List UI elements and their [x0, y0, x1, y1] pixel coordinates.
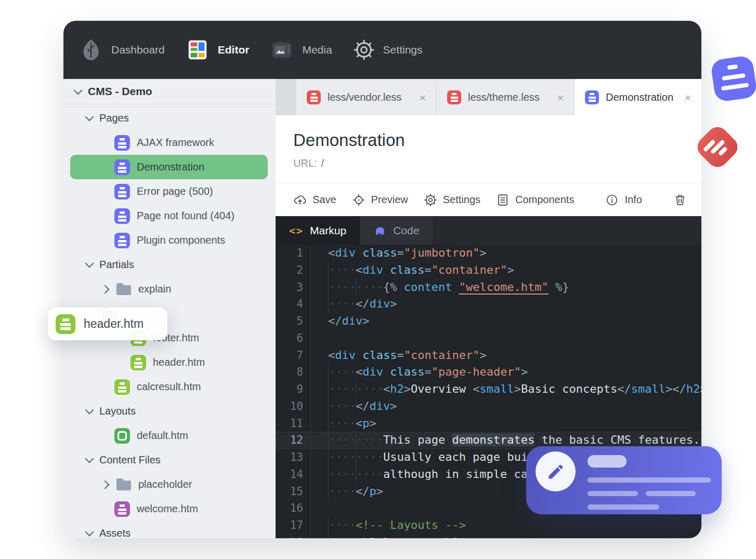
sidebar-item-plugin-components[interactable]: Plugin components	[63, 228, 276, 252]
code-line-text: ····<div class="container">	[311, 262, 701, 279]
sidebar-section-assets[interactable]: Assets	[63, 521, 276, 538]
folder-icon	[116, 477, 132, 491]
line-number: 5	[276, 313, 311, 330]
tab-label: less/vendor.less	[328, 91, 401, 103]
settings-button[interactable]: Settings	[424, 193, 480, 207]
line-number: 13	[276, 449, 311, 466]
sidebar-item-label: explain	[138, 283, 171, 295]
preview-button[interactable]: Preview	[352, 193, 408, 207]
nav-item-editor[interactable]: Editor	[186, 38, 250, 62]
indent-guide: ····	[328, 415, 356, 432]
code-line-text: ····</div>	[311, 296, 701, 313]
notification-card	[526, 446, 722, 514]
sidebar-item-label: default.htm	[137, 430, 188, 442]
code-line-6[interactable]: 6	[276, 330, 701, 347]
code-line-text: ····</div>	[311, 398, 701, 415]
code-line-17[interactable]: 17····<!-- Layouts -->	[276, 517, 701, 534]
code-line-10[interactable]: 10····</div>	[276, 398, 701, 415]
sidebar-section-label: Partials	[99, 259, 134, 271]
sidebar-root[interactable]: CMS - Demo	[63, 79, 276, 104]
code-line-2[interactable]: 2····<div class="container">	[276, 262, 701, 279]
sidebar-section-label: Assets	[99, 527, 131, 538]
code-line-text: ····<!-- Layouts -->	[311, 517, 701, 534]
sidebar-item-page-not-found-404[interactable]: Page not found (404)	[63, 204, 276, 228]
url-label: URL:	[293, 157, 317, 169]
sidebar-item-welcome-htm[interactable]: welcome.htm	[63, 497, 276, 521]
editor-tab-markup[interactable]: <>Markup	[276, 216, 360, 245]
sidebar-item-header-htm[interactable]: header.htm	[63, 350, 276, 375]
code-line-9[interactable]: 9········<h2>Overview <small>Basic conce…	[276, 381, 701, 398]
sidebar-item-default-htm[interactable]: default.htm	[63, 423, 276, 448]
card-text-line	[646, 491, 696, 496]
sidebar-section-partials[interactable]: Partials	[63, 252, 276, 277]
sidebar-item-label: calcresult.htm	[137, 381, 201, 393]
code-line-1[interactable]: 1<div class="jumbotron">	[276, 245, 701, 262]
editor-tab-code[interactable]: Code	[360, 216, 433, 245]
editor-tab-label: Markup	[310, 224, 346, 237]
code-line-text	[311, 330, 701, 347]
indent-guide: ····	[356, 432, 383, 449]
indent-guide: ····	[328, 449, 356, 466]
tab-demonstration[interactable]: Demonstration×	[575, 79, 701, 115]
save-button[interactable]: Save	[293, 193, 336, 207]
toolbar-button-label: Save	[312, 194, 336, 206]
sidebar-item-ajax-framework[interactable]: AJAX framework	[63, 130, 276, 155]
indent-guide: ····	[356, 449, 383, 466]
components-button[interactable]: Components	[496, 193, 574, 207]
infoc-icon	[605, 193, 619, 207]
indent-guide: ····	[328, 483, 356, 500]
indent-guide: ····	[328, 381, 356, 398]
sidebar-root-label: CMS - Demo	[88, 85, 152, 98]
less-file-icon	[447, 90, 461, 104]
sidebar-section-label: Content Files	[99, 454, 161, 466]
editor-tab-label: Code	[393, 224, 419, 237]
sidebar-section-label: Pages	[99, 112, 129, 124]
sidebar-item-demonstration[interactable]: Demonstration	[63, 155, 276, 179]
sidebar-item-error-page-500[interactable]: Error page (500)	[63, 179, 276, 204]
tab-less-theme-less[interactable]: less/theme.less×	[437, 79, 575, 115]
code-line-8[interactable]: 8····<div class="page-header">	[276, 364, 701, 381]
sidebar-section-layouts[interactable]: Layouts	[63, 399, 276, 423]
toolbar-button-label: Settings	[443, 194, 480, 206]
code-line-3[interactable]: 3········{% content "welcome.htm" %}	[276, 279, 701, 296]
sidebar-item-calcresult-htm[interactable]: calcresult.htm	[63, 375, 276, 399]
doclines-icon	[496, 193, 510, 207]
code-line-7[interactable]: 7<div class="container">	[276, 347, 701, 364]
toolbar-button-label: Info	[624, 194, 642, 206]
code-line-18[interactable]: 18····<h2>Layouts</h2>	[276, 534, 701, 538]
code-line-11[interactable]: 11····<p>	[276, 415, 701, 432]
code-line-5[interactable]: 5</div>	[276, 313, 701, 330]
edicon-icon	[186, 38, 210, 62]
sidebar-folder-placeholder[interactable]: placeholder	[63, 472, 276, 497]
close-icon[interactable]: ×	[420, 92, 426, 103]
card-text-line	[588, 477, 711, 483]
code-line-4[interactable]: 4····</div>	[276, 296, 701, 313]
sidebar-section-content-files[interactable]: Content Files	[63, 448, 276, 472]
tab-less-vendor-less[interactable]: less/vendor.less×	[296, 79, 437, 115]
info-button[interactable]: Info	[605, 193, 642, 207]
pencil-icon	[546, 462, 565, 481]
camera-icon	[270, 38, 294, 62]
nav-item-settings[interactable]: Settings	[353, 39, 423, 61]
tab-strip-spacer	[276, 79, 296, 115]
layout-icon	[114, 428, 130, 444]
nav-item-media[interactable]: Media	[270, 38, 332, 62]
indent-guide: ····	[328, 364, 356, 381]
card-text-line	[588, 504, 659, 510]
chevron-down-icon	[74, 86, 83, 95]
code-line-text: <div class="jumbotron">	[311, 245, 701, 262]
page-background: DashboardEditorMediaSettings CMS - Demo …	[0, 0, 756, 559]
close-icon[interactable]: ×	[685, 92, 691, 103]
sidebar-section-pages[interactable]: Pages	[63, 106, 276, 130]
card-title-bar	[588, 455, 627, 468]
page-icon	[114, 159, 130, 175]
close-icon[interactable]: ×	[557, 92, 564, 103]
drag-ghost[interactable]: header.htm	[48, 308, 167, 340]
tab-label: less/theme.less	[468, 91, 540, 103]
sidebar-folder-explain[interactable]: explain	[63, 277, 276, 301]
page-icon	[114, 135, 130, 151]
nav-item-label: Settings	[383, 44, 423, 56]
line-number: 14	[276, 466, 311, 483]
delete-button[interactable]	[673, 193, 687, 207]
nav-item-dashboard[interactable]: Dashboard	[79, 38, 165, 62]
